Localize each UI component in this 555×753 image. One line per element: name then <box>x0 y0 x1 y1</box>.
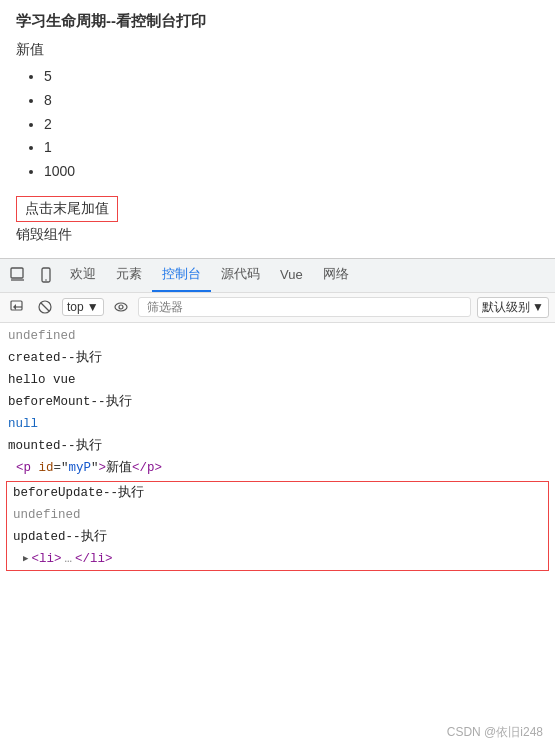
level-label: 默认级别 <box>482 299 530 316</box>
level-arrow-icon: ▼ <box>532 300 544 314</box>
console-line-null: null <box>0 413 555 435</box>
console-line-undefined1: undefined <box>0 325 555 347</box>
list-item: 1000 <box>44 160 539 184</box>
console-line-html[interactable]: <p id="myP">新值</p> <box>0 457 555 479</box>
console-line-updated: updated--执行 <box>7 526 548 548</box>
console-line-li-expand[interactable]: ▶ <li>…</li> <box>7 548 548 570</box>
devtools-tabs: 欢迎 元素 控制台 源代码 Vue 网络 <box>0 259 555 293</box>
svg-rect-0 <box>11 268 23 278</box>
page-title: 学习生命周期--看控制台打印 <box>16 12 539 31</box>
level-dropdown[interactable]: 默认级别 ▼ <box>477 297 549 318</box>
console-line-created: created--执行 <box>0 347 555 369</box>
list-item: 2 <box>44 113 539 137</box>
filter-input[interactable] <box>138 297 472 317</box>
tab-elements[interactable]: 元素 <box>106 258 152 292</box>
devtools-panel: 欢迎 元素 控制台 源代码 Vue 网络 top ▼ <box>0 258 555 575</box>
button-row: 点击末尾加值 销毁组件 <box>16 196 539 246</box>
dropdown-arrow-icon: ▼ <box>87 300 99 314</box>
eye-button[interactable] <box>110 296 132 318</box>
context-label: top <box>67 300 84 314</box>
svg-line-7 <box>41 303 49 311</box>
expand-triangle-icon: ▶ <box>23 552 28 566</box>
back-button[interactable] <box>6 296 28 318</box>
tab-icon-inspect[interactable] <box>4 261 32 289</box>
console-output: undefined created--执行 hello vue beforeMo… <box>0 323 555 575</box>
svg-rect-4 <box>11 301 22 310</box>
list-item: 5 <box>44 65 539 89</box>
tab-vue[interactable]: Vue <box>270 258 313 292</box>
svg-point-9 <box>119 305 123 309</box>
tab-network[interactable]: 网络 <box>313 258 359 292</box>
tab-welcome[interactable]: 欢迎 <box>60 258 106 292</box>
tab-sources[interactable]: 源代码 <box>211 258 270 292</box>
console-box-update: beforeUpdate--执行 undefined updated--执行 ▶… <box>6 481 549 571</box>
tab-console[interactable]: 控制台 <box>152 258 211 292</box>
tab-icon-mobile[interactable] <box>32 261 60 289</box>
svg-point-8 <box>115 303 127 311</box>
console-line-hello: hello vue <box>0 369 555 391</box>
svg-point-3 <box>45 280 47 282</box>
console-line-beforemount: beforeMount--执行 <box>0 391 555 413</box>
console-line-mounted: mounted--执行 <box>0 435 555 457</box>
console-line-beforeupdate: beforeUpdate--执行 <box>7 482 548 504</box>
context-dropdown[interactable]: top ▼ <box>62 298 104 316</box>
devtools-toolbar: top ▼ 默认级别 ▼ <box>0 293 555 323</box>
console-line-undefined2: undefined <box>7 504 548 526</box>
destroy-component-button[interactable]: 销毁组件 <box>16 224 72 246</box>
list-item: 1 <box>44 136 539 160</box>
clear-button[interactable] <box>34 296 56 318</box>
watermark: CSDN @依旧i248 <box>447 724 543 741</box>
section-label: 新值 <box>16 41 539 59</box>
add-value-button[interactable]: 点击末尾加值 <box>16 196 118 222</box>
values-list: 5 8 2 1 1000 <box>16 65 539 184</box>
list-item: 8 <box>44 89 539 113</box>
